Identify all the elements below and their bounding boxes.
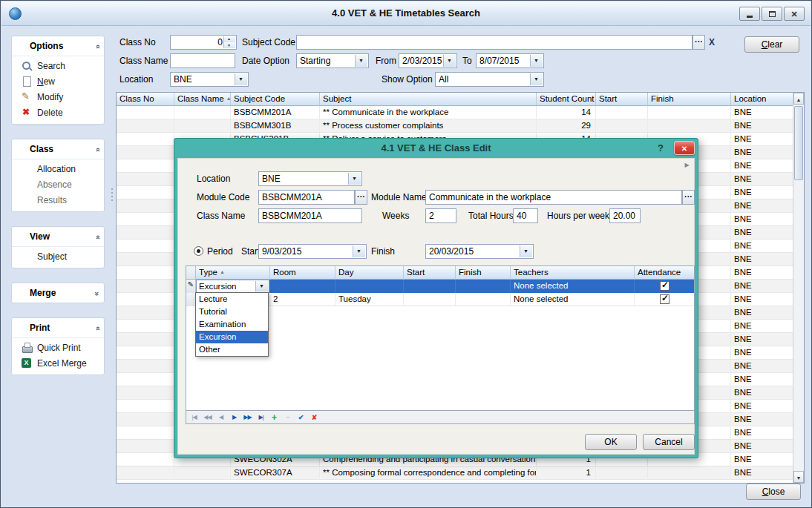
ok-button[interactable]: OK bbox=[585, 434, 637, 450]
cancel-button[interactable]: Cancel bbox=[643, 434, 695, 450]
help-button[interactable]: ? bbox=[658, 142, 664, 154]
dropdown-arrow-icon[interactable] bbox=[255, 281, 268, 291]
dialog-close-button[interactable] bbox=[674, 141, 695, 155]
attendance-checkbox[interactable] bbox=[660, 294, 669, 304]
nav-last-button[interactable]: ▶| bbox=[255, 412, 267, 423]
period-finish-select[interactable]: 20/03/2015 bbox=[425, 244, 534, 259]
nav-post-button[interactable]: ✔ bbox=[295, 412, 307, 423]
chevron-up-icon[interactable] bbox=[88, 326, 105, 331]
clear-button[interactable]: Clear bbox=[744, 36, 799, 53]
column-header-subject[interactable]: Subject bbox=[320, 93, 537, 106]
maximize-button[interactable] bbox=[762, 7, 782, 21]
chevron-up-icon[interactable] bbox=[88, 235, 105, 240]
attendance-checkbox[interactable] bbox=[660, 281, 669, 291]
module-name-input[interactable]: Communicate in the workplace bbox=[425, 190, 682, 205]
nav-delete-button[interactable]: − bbox=[281, 412, 294, 423]
sidebar-item-delete[interactable]: Delete bbox=[12, 105, 104, 120]
sidebar-item-new[interactable]: New bbox=[12, 73, 104, 89]
from-date-select[interactable]: 2/03/2015 bbox=[399, 53, 457, 68]
weeks-input[interactable]: 2 bbox=[425, 208, 456, 223]
table-row[interactable]: SWECOR307A** Composing formal correspond… bbox=[117, 466, 793, 480]
nav-next-page-button[interactable]: ▶▶ bbox=[241, 412, 254, 423]
period-start-select[interactable]: 9/03/2015 bbox=[258, 244, 367, 259]
dropdown-arrow-icon[interactable] bbox=[530, 73, 543, 85]
dropdown-arrow-icon[interactable] bbox=[443, 55, 456, 67]
dropdown-option-examination[interactable]: Examination bbox=[196, 318, 268, 331]
class-name-input[interactable] bbox=[170, 53, 235, 68]
chevron-up-icon[interactable] bbox=[88, 44, 105, 49]
vertical-scrollbar[interactable] bbox=[793, 93, 804, 483]
nav-prior-button[interactable]: ◀ bbox=[215, 412, 227, 423]
sidebar-item-results[interactable]: Results bbox=[12, 192, 104, 208]
hours-per-week-input[interactable]: 20.00 bbox=[609, 208, 641, 223]
column-header-room[interactable]: Room bbox=[270, 266, 335, 280]
module-name-lookup-button[interactable]: ··· bbox=[682, 190, 695, 205]
nav-append-button[interactable]: + bbox=[268, 412, 281, 423]
to-date-select[interactable]: 8/07/2015 bbox=[476, 53, 544, 68]
show-option-select[interactable]: All bbox=[435, 72, 544, 87]
subject-code-input[interactable] bbox=[296, 35, 693, 50]
column-header-day[interactable]: Day bbox=[335, 266, 404, 280]
panel-header-options[interactable]: Options bbox=[12, 36, 104, 56]
sidebar-splitter[interactable] bbox=[110, 34, 114, 486]
module-code-input[interactable]: BSBCMM201A bbox=[258, 190, 355, 205]
column-header-class-no[interactable]: Class No bbox=[117, 93, 174, 106]
scroll-up-icon[interactable] bbox=[793, 93, 804, 105]
column-header-class-name[interactable]: Class Name▲ bbox=[174, 93, 231, 106]
close-window-button[interactable] bbox=[784, 7, 805, 21]
panel-header-class[interactable]: Class bbox=[12, 139, 104, 159]
class-no-input[interactable]: 0 bbox=[170, 35, 237, 50]
dropdown-arrow-icon[interactable] bbox=[355, 55, 367, 67]
scroll-thumb[interactable] bbox=[794, 106, 803, 180]
sidebar-item-search[interactable]: Search bbox=[12, 58, 104, 73]
dropdown-option-tutorial[interactable]: Tutorial bbox=[196, 306, 268, 318]
dialog-class-name-input[interactable]: BSBCMM201A bbox=[258, 208, 362, 223]
location-select[interactable]: BNE bbox=[170, 72, 249, 87]
spinner-buttons[interactable] bbox=[223, 36, 235, 48]
table-row[interactable]: BSBCMM301B** Process customer complaints… bbox=[117, 119, 793, 133]
column-header-student-count[interactable]: Student Count bbox=[537, 93, 596, 106]
sidebar-item-allocation[interactable]: Allocation bbox=[12, 161, 104, 177]
sidebar-item-subject[interactable]: Subject bbox=[12, 248, 104, 264]
sidebar-item-quick-print[interactable]: Quick Print bbox=[12, 340, 104, 355]
panel-header-view[interactable]: View bbox=[12, 227, 104, 247]
sidebar-item-absence[interactable]: Absence bbox=[12, 177, 104, 192]
column-header-attendance[interactable]: Attendance bbox=[635, 266, 694, 280]
dropdown-option-lecture[interactable]: Lecture bbox=[196, 293, 268, 306]
sidebar-item-modify[interactable]: Modify bbox=[12, 89, 104, 105]
nav-prior-page-button[interactable]: ◀◀ bbox=[201, 412, 214, 423]
dropdown-option-excursion[interactable]: Excursion bbox=[196, 331, 268, 343]
total-hours-input[interactable]: 40 bbox=[513, 208, 538, 223]
column-header-subject-code[interactable]: Subject Code bbox=[231, 93, 320, 106]
scroll-down-icon[interactable] bbox=[793, 471, 804, 483]
close-button[interactable]: Close bbox=[746, 484, 801, 500]
column-header-type[interactable]: Type▲ bbox=[196, 266, 270, 280]
dropdown-arrow-icon[interactable] bbox=[520, 245, 532, 257]
date-option-select[interactable]: Starting bbox=[296, 53, 369, 68]
session-row[interactable]: ✎ExcursionNone selected bbox=[186, 280, 694, 293]
dropdown-arrow-icon[interactable] bbox=[353, 245, 365, 257]
dropdown-arrow-icon[interactable] bbox=[530, 55, 543, 67]
nav-cancel-edit-button[interactable]: ✘ bbox=[308, 412, 321, 423]
dialog-location-select[interactable]: BNE bbox=[258, 171, 362, 186]
column-header-finish[interactable]: Finish bbox=[648, 93, 731, 106]
sidebar-item-excel-merge[interactable]: Excel Merge bbox=[12, 355, 104, 371]
type-combo[interactable]: Excursion bbox=[196, 280, 269, 293]
minimize-button[interactable] bbox=[739, 7, 760, 21]
dropdown-arrow-icon[interactable] bbox=[235, 73, 247, 85]
nav-first-button[interactable]: |◀ bbox=[188, 412, 200, 423]
panel-header-print[interactable]: Print bbox=[12, 318, 104, 338]
panel-header-merge[interactable]: Merge bbox=[12, 283, 104, 303]
subject-code-clear-button[interactable]: X bbox=[707, 36, 717, 49]
chevron-up-icon[interactable] bbox=[88, 148, 105, 152]
nav-next-button[interactable]: ▶ bbox=[228, 412, 240, 423]
subject-code-lookup-button[interactable]: ··· bbox=[693, 35, 705, 50]
spin-down-icon[interactable] bbox=[224, 42, 235, 48]
column-header-teachers[interactable]: Teachers bbox=[511, 266, 635, 280]
dropdown-arrow-icon[interactable] bbox=[348, 173, 361, 185]
column-header-location[interactable]: Location bbox=[731, 93, 793, 106]
column-header-finish[interactable]: Finish bbox=[456, 266, 511, 280]
period-radio[interactable] bbox=[194, 246, 203, 256]
column-header-start[interactable]: Start bbox=[596, 93, 648, 106]
spin-up-icon[interactable] bbox=[224, 36, 235, 42]
